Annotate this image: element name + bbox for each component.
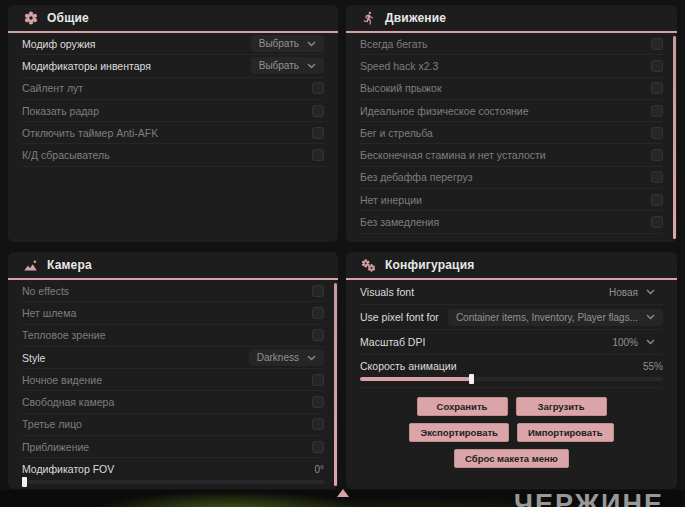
import-button[interactable]: Импортировать: [517, 423, 614, 442]
toggle-row-high-jump: Высокий прыжок: [360, 78, 663, 100]
toggle-label: Нет инерции: [360, 194, 422, 206]
visuals-font-dropdown[interactable]: Новая: [601, 284, 663, 301]
dropdown-value: Darkness: [257, 352, 299, 363]
checkbox[interactable]: [312, 329, 324, 341]
setting-row-style: Style Darkness: [22, 347, 324, 369]
setting-row-pixel-font: Use pixel font for Container items, Inve…: [360, 305, 663, 330]
checkbox[interactable]: [651, 105, 663, 117]
toggle-row-night-vision: Ночное видение: [22, 369, 324, 391]
inventory-mods-dropdown[interactable]: Выбрать: [251, 57, 324, 74]
panel-title: Общие: [47, 11, 89, 25]
image-icon: [23, 258, 38, 273]
toggle-row-cd-reset: К/Д сбрасыватель: [22, 144, 324, 166]
toggle-row-perfect-condition: Идеальное физическое состояние: [360, 100, 663, 122]
panel-general: Общие Модиф оружия Выбрать Модификаторы …: [8, 5, 338, 242]
toggle-label: Свободная камера: [22, 396, 114, 408]
checkbox[interactable]: [651, 171, 663, 183]
checkbox[interactable]: [651, 194, 663, 206]
toggle-row-free-camera: Свободная камера: [22, 391, 324, 413]
toggle-row-always-run: Всегда бегать: [360, 33, 663, 55]
style-dropdown[interactable]: Darkness: [249, 349, 324, 366]
anim-speed-value: 55%: [643, 361, 663, 372]
setting-label: Style: [22, 352, 45, 364]
fov-slider[interactable]: [22, 480, 324, 484]
toggle-row-infinite-stamina: Бесконечная стамина и нет усталости: [360, 144, 663, 166]
toggle-row-third-person: Третье лицо: [22, 414, 324, 436]
save-button[interactable]: Сохранить: [417, 397, 508, 416]
panel-config-body: Visuals font Новая Use pixel font for Co…: [346, 280, 677, 487]
toggle-label: Показать радар: [22, 105, 99, 117]
dropdown-value: Выбрать: [259, 60, 299, 71]
toggle-label: Сайлент лут: [22, 82, 83, 94]
panel-camera-header: Камера: [8, 252, 338, 280]
toggle-row-silent-loot: Сайлент лут: [22, 78, 324, 100]
panel-title: Конфигурация: [385, 258, 474, 272]
checkbox[interactable]: [651, 216, 663, 228]
panel-general-body: Модиф оружия Выбрать Модификаторы инвент…: [8, 33, 338, 240]
reset-menu-layout-button[interactable]: Сброс макета меню: [454, 449, 569, 468]
toggle-label: Без замедления: [360, 216, 439, 228]
pixel-font-dropdown[interactable]: Container items, Inventory, Player flags…: [448, 309, 663, 326]
toggle-label: Нет шлема: [22, 307, 76, 319]
checkbox[interactable]: [312, 105, 324, 117]
dpi-scale-dropdown[interactable]: 100%: [604, 334, 663, 351]
gears-icon: [361, 258, 376, 273]
toggle-row-anti-afk: Отключить таймер Anti-AFK: [22, 122, 324, 144]
chevron-down-icon: [646, 339, 655, 345]
checkbox[interactable]: [651, 127, 663, 139]
checkbox[interactable]: [651, 38, 663, 50]
scrollbar[interactable]: [673, 36, 676, 239]
checkbox[interactable]: [651, 60, 663, 72]
slider-thumb[interactable]: [22, 477, 27, 487]
toggle-label: Бег и стрельба: [360, 127, 433, 139]
weapon-mod-dropdown[interactable]: Выбрать: [251, 35, 324, 52]
dropdown-value: Новая: [609, 287, 638, 298]
anim-speed-row: Скорость анимации 55%: [360, 355, 663, 388]
watermark-text: ЧЕРЖИНЕ: [514, 489, 664, 507]
checkbox[interactable]: [651, 82, 663, 94]
slider-thumb[interactable]: [469, 374, 474, 384]
toggle-row-thermal-vision: Тепловое зрение: [22, 325, 324, 347]
checkbox[interactable]: [312, 418, 324, 430]
toggle-row-zoom: Приближение: [22, 436, 324, 458]
toggle-label: Третье лицо: [22, 418, 82, 430]
setting-label: Use pixel font for: [360, 311, 439, 323]
dropdown-value: Выбрать: [259, 38, 299, 49]
toggle-label: Отключить таймер Anti-AFK: [22, 127, 158, 139]
setting-label: Модификаторы инвентаря: [22, 60, 151, 72]
panel-movement: Движение Всегда бегать Speed hack x2.3 В…: [346, 5, 677, 242]
setting-row-inventory-mods: Модификаторы инвентаря Выбрать: [22, 55, 324, 77]
fov-value: 0°: [314, 464, 324, 475]
checkbox[interactable]: [312, 127, 324, 139]
checkbox[interactable]: [312, 149, 324, 161]
toggle-label: Приближение: [22, 441, 89, 453]
panel-title: Камера: [47, 258, 92, 272]
load-button[interactable]: Загрузить: [516, 397, 607, 416]
chevron-down-icon: [307, 41, 316, 47]
toggle-label: No effects: [22, 285, 69, 297]
toggle-label: Без дебаффа перегруз: [360, 171, 473, 183]
runner-icon: [361, 11, 376, 26]
toggle-row-no-slowdown: Без замедления: [360, 211, 663, 233]
checkbox[interactable]: [312, 285, 324, 297]
checkbox[interactable]: [312, 374, 324, 386]
panel-movement-header: Движение: [346, 5, 677, 33]
scrollbar[interactable]: [334, 283, 337, 486]
checkbox[interactable]: [312, 441, 324, 453]
toggle-label: Высокий прыжок: [360, 82, 442, 94]
setting-label: Масштаб DPI: [360, 336, 425, 348]
checkbox[interactable]: [651, 149, 663, 161]
panel-title: Движение: [385, 11, 446, 25]
checkbox[interactable]: [312, 396, 324, 408]
gear-icon: [23, 11, 38, 26]
setting-label: Модификатор FOV: [22, 463, 114, 475]
toggle-label: К/Д сбрасыватель: [22, 149, 110, 161]
toggle-row-show-radar: Показать радар: [22, 100, 324, 122]
toggle-row-run-and-shoot: Бег и стрельба: [360, 122, 663, 144]
anim-speed-slider[interactable]: [360, 377, 663, 381]
checkbox[interactable]: [312, 307, 324, 319]
checkbox[interactable]: [312, 82, 324, 94]
setting-label: Скорость анимации: [360, 360, 457, 372]
chevron-down-icon: [646, 314, 655, 320]
export-button[interactable]: Экспортировать: [409, 423, 508, 442]
